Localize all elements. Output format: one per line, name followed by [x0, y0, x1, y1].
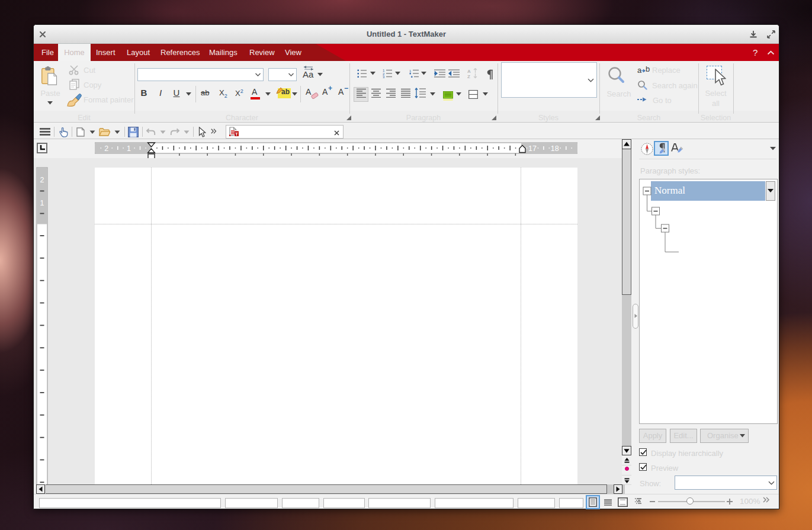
svg-text:3: 3 [383, 75, 385, 78]
svg-text:T: T [235, 131, 238, 137]
svg-text:2: 2 [104, 144, 108, 153]
svg-text:18: 18 [551, 144, 559, 153]
svg-text:Z: Z [467, 74, 470, 79]
svg-text:2: 2 [40, 176, 44, 184]
svg-text:1: 1 [409, 69, 412, 73]
svg-text:17: 17 [528, 144, 537, 153]
svg-text:1: 1 [127, 144, 131, 153]
svg-text:A: A [467, 69, 471, 74]
svg-text:1: 1 [40, 199, 44, 207]
